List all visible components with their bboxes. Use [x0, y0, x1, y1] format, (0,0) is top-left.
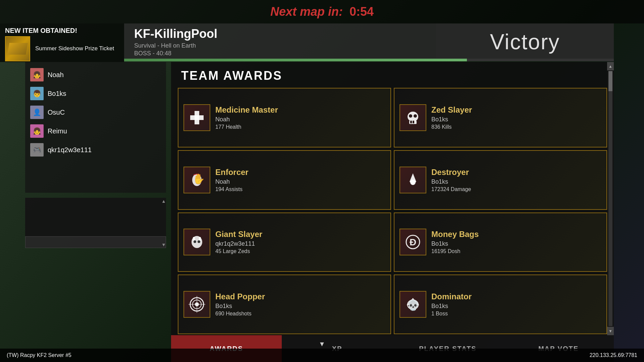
- svg-point-17: [194, 240, 196, 243]
- awards-title: TEAM AWARDS: [171, 62, 614, 88]
- player-name: qkr1q2w3e111: [48, 146, 92, 154]
- players-panel: 👧 Noah 👦 Bo1ks 👤 OsuC 👧 Reimu 🎮 qkr1q2w3…: [25, 62, 166, 193]
- award-card: Destroyer Bo1ks 172324 Damage: [394, 150, 607, 210]
- victory-panel: Victory: [436, 23, 614, 60]
- scroll-down-awards[interactable]: ▼: [607, 327, 614, 335]
- award-icon-5: Ð: [399, 229, 426, 255]
- svg-text:💀: 💀: [407, 299, 420, 311]
- svg-rect-1: [190, 115, 204, 120]
- server-name: (TW) Racpy KF2 Server #5: [7, 352, 71, 358]
- svg-point-13: [410, 180, 416, 185]
- award-name: Giant Slayer: [215, 230, 262, 239]
- awards-scrollbar: ▲ ▼: [607, 62, 614, 335]
- award-card: Medicine Master Noah 177 Health: [178, 88, 391, 147]
- award-card: Ð Money Bags Bo1ks 16195 Dosh: [394, 213, 607, 272]
- player-avatar: 👧: [30, 68, 44, 81]
- award-card: ✋ Enforcer Noah 194 Assists: [178, 150, 391, 210]
- award-stat: 1 Boss: [431, 311, 472, 317]
- player-item[interactable]: 🎮 qkr1q2w3e111: [29, 140, 163, 159]
- award-icon-6: [183, 291, 210, 318]
- svg-rect-7: [413, 121, 414, 123]
- award-info-2: Enforcer Noah 194 Assists: [215, 168, 249, 192]
- award-icon-4: [183, 229, 210, 255]
- award-player: Bo1ks: [431, 303, 472, 310]
- player-item[interactable]: 👦 Bo1ks: [29, 84, 163, 103]
- awards-panel: TEAM AWARDS Medicine Master Noah 177 Hea…: [171, 62, 614, 335]
- award-stat: 194 Assists: [215, 186, 249, 192]
- award-player: qkr1q2w3e111: [215, 240, 262, 247]
- progress-bar-fill: [124, 59, 467, 61]
- progress-bar-container: [124, 59, 614, 61]
- svg-text:✋: ✋: [193, 173, 205, 185]
- player-item[interactable]: 👤 OsuC: [29, 103, 163, 122]
- player-item[interactable]: 👧 Noah: [29, 65, 163, 84]
- award-player: Noah: [215, 178, 249, 185]
- award-icon-0: [183, 104, 210, 131]
- award-stat: 16195 Dosh: [431, 248, 479, 254]
- award-card: 💀 Dominator Bo1ks 1 Boss: [394, 275, 607, 334]
- award-player: Bo1ks: [431, 240, 479, 247]
- award-name: Dominator: [431, 292, 472, 301]
- award-name: Zed Slayer: [431, 105, 472, 115]
- svg-point-5: [414, 114, 417, 118]
- award-name: Money Bags: [431, 230, 479, 239]
- new-item-panel: NEW ITEM OBTAINED! Summer Sideshow Prize…: [0, 23, 124, 62]
- award-info-6: Head Popper Bo1ks 690 Headshots: [215, 292, 265, 317]
- chat-panel: [25, 198, 166, 248]
- award-info-4: Giant Slayer qkr1q2w3e111 45 Large Zeds: [215, 230, 262, 254]
- svg-text:Ð: Ð: [410, 237, 416, 247]
- award-icon-7: 💀: [399, 291, 426, 318]
- award-name: Medicine Master: [215, 105, 278, 115]
- svg-rect-6: [410, 121, 412, 123]
- award-name: Enforcer: [215, 168, 249, 177]
- award-card: Giant Slayer qkr1q2w3e111 45 Large Zeds: [178, 213, 391, 272]
- svg-point-18: [198, 240, 200, 243]
- bottom-bar: (TW) Racpy KF2 Server #5 220.133.25.69:7…: [0, 349, 644, 362]
- award-name: Head Popper: [215, 292, 265, 301]
- award-icon-1: [399, 104, 426, 131]
- award-stat: 172324 Damage: [431, 186, 471, 192]
- scroll-up-awards[interactable]: ▲: [607, 62, 614, 70]
- progress-arrow: ▼: [319, 340, 325, 348]
- award-icon-3: [399, 167, 426, 193]
- player-avatar: 👤: [30, 106, 44, 119]
- scroll-up-button[interactable]: ▲: [160, 198, 167, 204]
- award-player: Bo1ks: [431, 178, 471, 185]
- award-card: Head Popper Bo1ks 690 Headshots: [178, 275, 391, 334]
- award-stat: 836 Kills: [431, 124, 472, 130]
- award-info-5: Money Bags Bo1ks 16195 Dosh: [431, 230, 479, 254]
- server-ip: 220.133.25.69:7781: [590, 352, 637, 358]
- award-stat: 690 Headshots: [215, 311, 265, 317]
- player-avatar: 👦: [30, 87, 44, 100]
- scroll-thumb-awards: [608, 71, 612, 91]
- item-icon-box: [5, 36, 30, 61]
- item-name: Summer Sideshow Prize Ticket: [35, 45, 114, 52]
- player-name: Noah: [48, 71, 64, 79]
- scroll-track-awards: [608, 71, 612, 326]
- award-info-0: Medicine Master Noah 177 Health: [215, 105, 278, 130]
- award-name: Destroyer: [431, 168, 471, 177]
- scroll-down-button[interactable]: ▼: [160, 241, 167, 248]
- award-info-1: Zed Slayer Bo1ks 836 Kills: [431, 105, 472, 130]
- countdown-timer: 0:54: [350, 5, 374, 19]
- player-avatar: 👧: [30, 124, 44, 138]
- award-player: Bo1ks: [215, 303, 265, 310]
- player-name: OsuC: [48, 109, 65, 116]
- award-card: Zed Slayer Bo1ks 836 Kills: [394, 88, 607, 147]
- top-bar: Next map in: 0:54: [0, 0, 644, 23]
- award-stat: 177 Health: [215, 124, 278, 130]
- next-map-label: Next map in:: [270, 5, 343, 19]
- award-player: Bo1ks: [431, 116, 472, 123]
- player-name: Reimu: [48, 127, 67, 135]
- player-name: Bo1ks: [48, 90, 66, 98]
- award-player: Noah: [215, 116, 278, 123]
- award-info-7: Dominator Bo1ks 1 Boss: [431, 292, 472, 317]
- award-stat: 45 Large Zeds: [215, 248, 262, 254]
- player-avatar: 🎮: [30, 143, 44, 157]
- player-item[interactable]: 👧 Reimu: [29, 122, 163, 140]
- victory-text: Victory: [490, 29, 560, 54]
- award-icon-2: ✋: [183, 167, 210, 193]
- award-info-3: Destroyer Bo1ks 172324 Damage: [431, 168, 471, 192]
- new-item-title: NEW ITEM OBTAINED!: [5, 27, 77, 35]
- chat-input[interactable]: [25, 236, 166, 248]
